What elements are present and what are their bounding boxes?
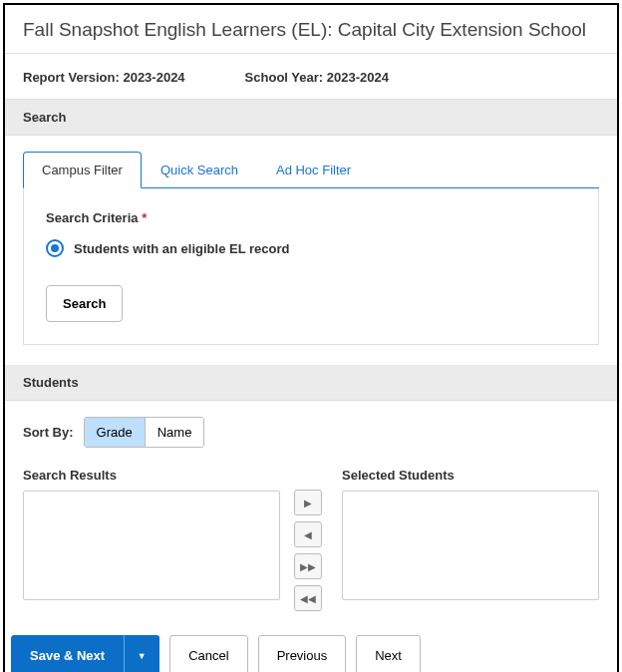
selected-students-col: Selected Students bbox=[342, 468, 599, 600]
required-marker: * bbox=[142, 210, 147, 225]
report-meta: Report Version: 2023-2024 School Year: 2… bbox=[5, 54, 617, 100]
save-next-dropdown[interactable]: ▼ bbox=[124, 635, 159, 672]
sort-grade-button[interactable]: Grade bbox=[85, 418, 145, 447]
double-chevron-left-icon: ◀◀ bbox=[300, 593, 316, 604]
tab-content-campus-filter: Search Criteria * Students with an eligi… bbox=[23, 188, 599, 345]
page-title: Fall Snapshot English Learners (EL): Cap… bbox=[23, 19, 599, 41]
search-results-col: Search Results bbox=[23, 468, 280, 600]
school-year: School Year: 2023-2024 bbox=[245, 70, 389, 85]
footer-bar: Save & Next ▼ Cancel Previous Next bbox=[5, 625, 617, 672]
report-version: Report Version: 2023-2024 bbox=[23, 70, 185, 85]
cancel-button[interactable]: Cancel bbox=[169, 635, 247, 672]
school-year-label: School Year: bbox=[245, 70, 324, 85]
selected-students-list[interactable] bbox=[342, 491, 599, 600]
transfer-grid: Search Results ▶ ◀ ▶▶ ◀◀ Selected Studen… bbox=[23, 468, 599, 611]
previous-button[interactable]: Previous bbox=[258, 635, 347, 672]
radio-option-row[interactable]: Students with an eligible EL record bbox=[46, 239, 576, 257]
tabs-bar: Campus Filter Quick Search Ad Hoc Filter bbox=[23, 152, 599, 188]
search-criteria-label: Search Criteria * bbox=[46, 210, 576, 225]
sort-name-button[interactable]: Name bbox=[145, 418, 204, 447]
add-button[interactable]: ▶ bbox=[294, 490, 322, 515]
search-button[interactable]: Search bbox=[46, 285, 123, 322]
tab-quick-search[interactable]: Quick Search bbox=[142, 152, 257, 187]
report-version-value: 2023-2024 bbox=[123, 70, 184, 85]
next-button[interactable]: Next bbox=[356, 635, 421, 672]
remove-all-button[interactable]: ◀◀ bbox=[294, 585, 322, 611]
radio-label: Students with an eligible EL record bbox=[74, 241, 289, 256]
tab-campus-filter[interactable]: Campus Filter bbox=[23, 152, 142, 188]
remove-button[interactable]: ◀ bbox=[294, 521, 322, 547]
double-chevron-right-icon: ▶▶ bbox=[300, 561, 316, 572]
chevron-left-icon: ◀ bbox=[304, 529, 312, 540]
tab-ad-hoc-filter[interactable]: Ad Hoc Filter bbox=[257, 152, 370, 187]
add-all-button[interactable]: ▶▶ bbox=[294, 553, 322, 579]
search-section-header: Search bbox=[5, 100, 617, 136]
transfer-buttons: ▶ ◀ ▶▶ ◀◀ bbox=[294, 468, 328, 611]
sort-row: Sort By: Grade Name bbox=[23, 417, 599, 448]
meta-row: Report Version: 2023-2024 School Year: 2… bbox=[23, 70, 599, 85]
search-results-list[interactable] bbox=[23, 491, 280, 600]
students-body: Sort By: Grade Name Search Results ▶ ◀ ▶… bbox=[5, 401, 617, 625]
sort-toggle-group: Grade Name bbox=[84, 417, 205, 448]
criteria-text: Search Criteria bbox=[46, 210, 139, 225]
radio-dot-icon bbox=[51, 244, 59, 252]
title-section: Fall Snapshot English Learners (EL): Cap… bbox=[5, 5, 617, 54]
chevron-right-icon: ▶ bbox=[304, 498, 312, 508]
school-year-value: 2023-2024 bbox=[327, 70, 389, 85]
chevron-down-icon: ▼ bbox=[138, 651, 147, 661]
tabs-container: Campus Filter Quick Search Ad Hoc Filter… bbox=[5, 136, 617, 345]
save-next-button[interactable]: Save & Next bbox=[11, 635, 124, 672]
sort-by-label: Sort By: bbox=[23, 425, 74, 440]
students-section-header: Students bbox=[5, 365, 617, 401]
search-results-label: Search Results bbox=[23, 468, 280, 483]
selected-students-label: Selected Students bbox=[342, 468, 599, 483]
page-container: Fall Snapshot English Learners (EL): Cap… bbox=[3, 3, 619, 672]
primary-button-group: Save & Next ▼ bbox=[11, 635, 159, 672]
report-version-label: Report Version: bbox=[23, 70, 120, 85]
radio-eligible-el[interactable] bbox=[46, 239, 64, 257]
